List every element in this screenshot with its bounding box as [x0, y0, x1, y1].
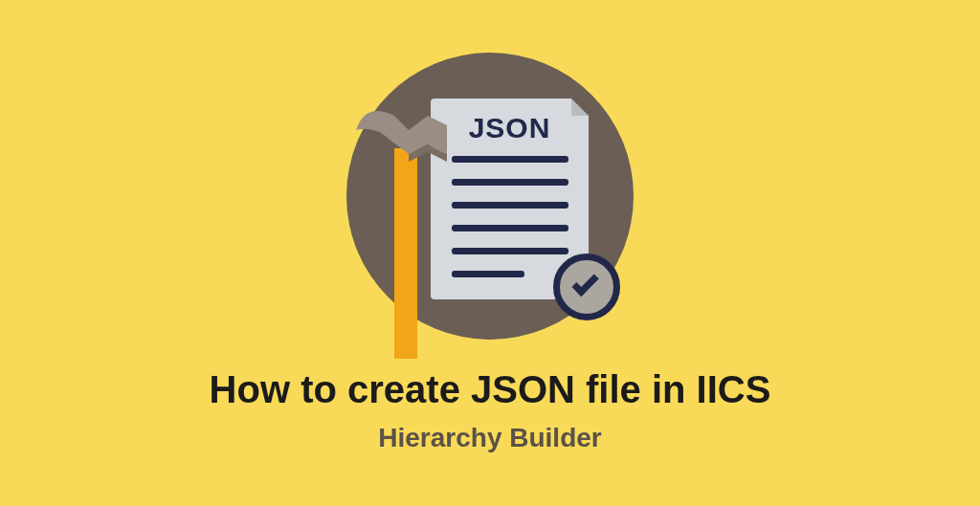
checkmark-tick [571, 270, 598, 297]
page-title: How to create JSON file in IICS [210, 368, 771, 411]
document-line [452, 225, 568, 231]
page-subtitle: Hierarchy Builder [378, 423, 601, 453]
document-line [452, 202, 568, 209]
hero-illustration: JSON [346, 53, 634, 340]
document-line [452, 156, 568, 163]
document-line [452, 271, 524, 277]
checkmark-icon [553, 253, 620, 320]
hammer-head [356, 97, 461, 187]
document-line [452, 248, 568, 254]
document-line [452, 179, 568, 186]
